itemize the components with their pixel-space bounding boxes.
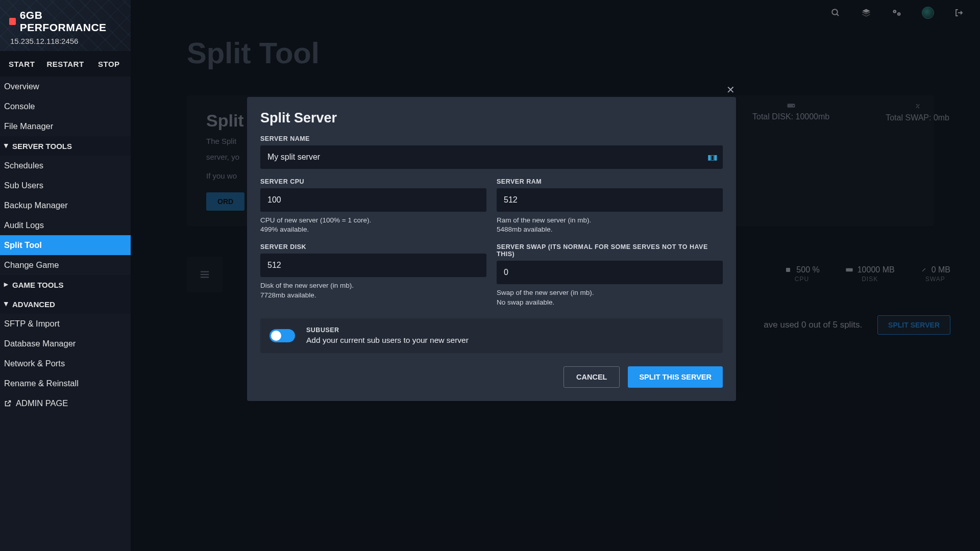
chevron-right-icon: ▸ — [4, 280, 8, 289]
disk-help-2: 7728mb available. — [260, 291, 486, 300]
nav-group-server-tools[interactable]: ▾ SERVER TOOLS — [0, 136, 131, 156]
server-address: 15.235.12.118:2456 — [10, 37, 121, 45]
modal-title: Split Server — [260, 110, 723, 126]
cpu-help-2: 499% available. — [260, 225, 486, 234]
server-swap-label: SERVER SWAP (ITS NORMAL FOR SOME SERVES … — [497, 243, 723, 258]
swap-help-1: Swap of the new server (in mb). — [497, 288, 723, 297]
chevron-down-icon: ▾ — [4, 299, 8, 308]
nav-overview[interactable]: Overview — [0, 77, 131, 96]
nav-group-game-tools[interactable]: ▸ GAME TOOLS — [0, 275, 131, 294]
server-cpu-input[interactable] — [260, 188, 486, 212]
nav-schedules[interactable]: Schedules — [0, 156, 131, 176]
nav-change-game[interactable]: Change Game — [0, 255, 131, 275]
sidebar: 6GB PERFORMANCE 15.235.12.118:2456 START… — [0, 0, 131, 551]
server-cpu-label: SERVER CPU — [260, 178, 486, 185]
disk-help-1: Disk of the new server (in mb). — [260, 281, 486, 290]
external-link-icon — [4, 399, 12, 407]
nav-sftp[interactable]: SFTP & Import — [0, 314, 131, 334]
nav-sub-users[interactable]: Sub Users — [0, 176, 131, 195]
close-icon[interactable]: ✕ — [726, 84, 735, 96]
nav-network[interactable]: Network & Ports — [0, 354, 131, 373]
subuser-desc: Add your current sub users to your new s… — [306, 336, 469, 345]
server-name-label: SERVER NAME — [260, 135, 723, 142]
nav-admin[interactable]: ADMIN PAGE — [0, 393, 131, 413]
ram-help-2: 5488mb available. — [497, 225, 723, 234]
split-this-server-button[interactable]: SPLIT THIS SERVER — [628, 366, 723, 388]
ram-help-1: Ram of the new server (in mb). — [497, 216, 723, 225]
server-name-input[interactable] — [260, 145, 723, 169]
split-server-modal: ✕ Split Server SERVER NAME ▮▯▮ SERVER CP… — [247, 97, 736, 401]
status-indicator — [9, 18, 16, 25]
server-ram-label: SERVER RAM — [497, 178, 723, 185]
stop-button[interactable]: STOP — [87, 51, 131, 77]
nav-group-label: ADVANCED — [12, 300, 55, 309]
nav-admin-label: ADMIN PAGE — [16, 398, 68, 408]
nav-rename[interactable]: Rename & Reinstall — [0, 373, 131, 393]
nav-db[interactable]: Database Manager — [0, 334, 131, 354]
server-disk-input[interactable] — [260, 254, 486, 277]
nav-group-label: GAME TOOLS — [12, 281, 64, 289]
swap-help-2: No swap available. — [497, 298, 723, 307]
subuser-title: SUBUSER — [306, 327, 469, 334]
sidebar-header: 6GB PERFORMANCE 15.235.12.118:2456 — [0, 0, 131, 51]
input-adornment-icon: ▮▯▮ — [707, 153, 717, 161]
nav-file-manager[interactable]: File Manager — [0, 116, 131, 136]
restart-button[interactable]: RESTART — [43, 51, 87, 77]
nav-backup-manager[interactable]: Backup Manager — [0, 195, 131, 215]
server-swap-input[interactable] — [497, 261, 723, 284]
server-title: 6GB PERFORMANCE — [20, 9, 121, 34]
nav-console[interactable]: Console — [0, 96, 131, 116]
subuser-toggle[interactable] — [270, 329, 295, 342]
nav-group-advanced[interactable]: ▾ ADVANCED — [0, 294, 131, 314]
nav-list: Overview Console File Manager ▾ SERVER T… — [0, 77, 131, 413]
subuser-box: SUBUSER Add your current sub users to yo… — [260, 318, 723, 353]
chevron-down-icon: ▾ — [4, 141, 8, 150]
server-ram-input[interactable] — [497, 188, 723, 212]
nav-group-label: SERVER TOOLS — [12, 142, 72, 151]
server-disk-label: SERVER DISK — [260, 243, 486, 251]
power-row: START RESTART STOP — [0, 51, 131, 77]
start-button[interactable]: START — [0, 51, 43, 77]
nav-split-tool[interactable]: Split Tool — [0, 235, 131, 255]
cpu-help-1: CPU of new server (100% = 1 core). — [260, 216, 486, 225]
cancel-button[interactable]: CANCEL — [564, 366, 620, 388]
nav-audit-logs[interactable]: Audit Logs — [0, 215, 131, 235]
